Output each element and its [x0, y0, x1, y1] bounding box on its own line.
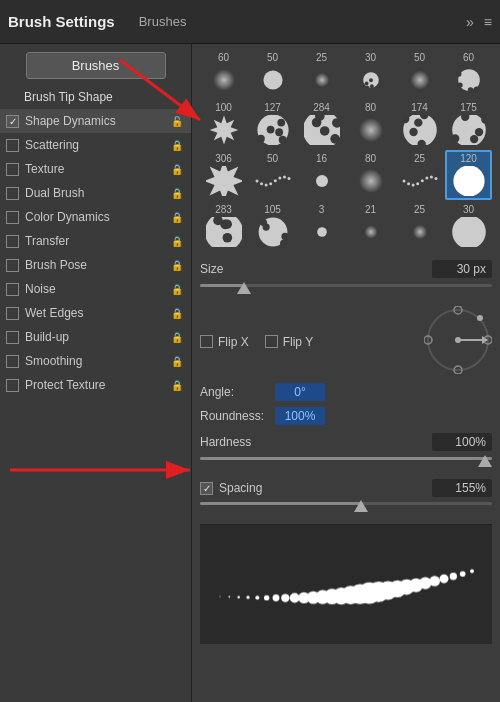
- brush-preview-thumb: [451, 217, 487, 247]
- brush-preview-thumb: [206, 217, 242, 247]
- sidebar-item-wet-edges[interactable]: Wet Edges 🔒: [0, 301, 191, 325]
- slider-fill: [200, 502, 361, 505]
- slider-thumb: [478, 455, 492, 467]
- slider-thumb: [354, 500, 368, 512]
- sidebar-item-brush-tip-shape[interactable]: Brush Tip Shape: [0, 85, 191, 109]
- brush-cell[interactable]: 60: [445, 50, 492, 98]
- brush-cell[interactable]: 80: [347, 150, 394, 200]
- angle-dial[interactable]: [424, 306, 492, 374]
- protect-texture-checkbox[interactable]: [6, 379, 19, 392]
- brush-cell[interactable]: 60: [200, 50, 247, 98]
- brush-preview-thumb: [402, 65, 438, 95]
- brush-cell[interactable]: 306: [200, 150, 247, 200]
- flip-y-option[interactable]: Flip Y: [265, 335, 313, 349]
- sidebar-item-dual-brush[interactable]: Dual Brush 🔒: [0, 181, 191, 205]
- preview-canvas: [200, 525, 492, 644]
- brush-number: 80: [365, 154, 376, 164]
- flip-x-label: Flip X: [218, 335, 249, 349]
- flip-x-checkbox[interactable]: [200, 335, 213, 348]
- shape-dynamics-checkbox[interactable]: [6, 115, 19, 128]
- brush-number: 25: [414, 205, 425, 215]
- brush-cell[interactable]: 80: [347, 100, 394, 148]
- brush-cell[interactable]: 127: [249, 100, 296, 148]
- brush-cell[interactable]: 105: [249, 202, 296, 250]
- brush-cell[interactable]: 283: [200, 202, 247, 250]
- brush-cell[interactable]: 174: [396, 100, 443, 148]
- size-value: 30 px: [432, 260, 492, 278]
- brush-cell[interactable]: 50: [396, 50, 443, 98]
- sidebar-item-label: Transfer: [25, 234, 69, 248]
- flip-y-checkbox[interactable]: [265, 335, 278, 348]
- spacing-checkbox[interactable]: [200, 482, 213, 495]
- sidebar-item-label: Wet Edges: [25, 306, 83, 320]
- hardness-row: Hardness 100%: [200, 433, 492, 451]
- color-dynamics-checkbox[interactable]: [6, 211, 19, 224]
- lock-icon: 🔒: [171, 260, 183, 271]
- size-row: Size 30 px: [200, 260, 492, 278]
- smoothing-checkbox[interactable]: [6, 355, 19, 368]
- brush-cell[interactable]: 50: [249, 150, 296, 200]
- brush-number: 105: [264, 205, 281, 215]
- angle-row: Angle: 0°: [200, 383, 492, 401]
- lock-icon: 🔒: [171, 164, 183, 175]
- menu-icon[interactable]: ≡: [484, 14, 492, 30]
- build-up-checkbox[interactable]: [6, 331, 19, 344]
- sidebar-item-label: Shape Dynamics: [25, 114, 116, 128]
- brush-preview-thumb: [353, 65, 389, 95]
- brush-cell[interactable]: 30: [445, 202, 492, 250]
- sidebar-item-protect-texture[interactable]: Protect Texture 🔒: [0, 373, 191, 397]
- sidebar-item-texture[interactable]: Texture 🔒: [0, 157, 191, 181]
- sidebar-item-build-up[interactable]: Build-up 🔒: [0, 325, 191, 349]
- brush-cell[interactable]: 25: [298, 50, 345, 98]
- brush-cell[interactable]: 120: [445, 150, 492, 200]
- brush-cell[interactable]: 50: [249, 50, 296, 98]
- brush-number: 16: [316, 154, 327, 164]
- brush-cell[interactable]: 100: [200, 100, 247, 148]
- sidebar-item-label: Noise: [25, 282, 56, 296]
- hardness-slider[interactable]: [200, 457, 492, 471]
- lock-icon: 🔓: [171, 116, 183, 127]
- brush-cell[interactable]: 21: [347, 202, 394, 250]
- size-slider[interactable]: [200, 284, 492, 298]
- flip-x-option[interactable]: Flip X: [200, 335, 249, 349]
- sidebar-item-color-dynamics[interactable]: Color Dynamics 🔒: [0, 205, 191, 229]
- brush-cell[interactable]: 175: [445, 100, 492, 148]
- slider-track: [200, 502, 492, 505]
- spacing-label: Spacing: [219, 481, 262, 495]
- brush-number: 127: [264, 103, 281, 113]
- spacing-slider[interactable]: [200, 502, 492, 516]
- wet-edges-checkbox[interactable]: [6, 307, 19, 320]
- noise-checkbox[interactable]: [6, 283, 19, 296]
- texture-checkbox[interactable]: [6, 163, 19, 176]
- brush-cell[interactable]: 3: [298, 202, 345, 250]
- lock-icon: 🔒: [171, 332, 183, 343]
- roundness-value[interactable]: 100%: [275, 407, 325, 425]
- brush-cell[interactable]: 25: [396, 202, 443, 250]
- sidebar-item-scattering[interactable]: Scattering 🔒: [0, 133, 191, 157]
- sidebar-item-shape-dynamics[interactable]: Shape Dynamics 🔓: [0, 109, 191, 133]
- panel-title: Brush Settings: [8, 13, 115, 30]
- sidebar-item-brush-pose[interactable]: Brush Pose 🔒: [0, 253, 191, 277]
- brush-cell[interactable]: 25: [396, 150, 443, 200]
- brush-cell[interactable]: 30: [347, 50, 394, 98]
- dual-brush-checkbox[interactable]: [6, 187, 19, 200]
- sidebar-item-transfer[interactable]: Transfer 🔒: [0, 229, 191, 253]
- sidebar-item-label: Texture: [25, 162, 64, 176]
- sidebar-item-noise[interactable]: Noise 🔒: [0, 277, 191, 301]
- brush-cell[interactable]: 284: [298, 100, 345, 148]
- svg-point-8: [455, 337, 461, 343]
- tab-brushes[interactable]: Brushes: [131, 10, 195, 33]
- brush-preview-thumb: [255, 217, 291, 247]
- lock-icon: 🔒: [171, 308, 183, 319]
- scattering-checkbox[interactable]: [6, 139, 19, 152]
- brush-number: 174: [411, 103, 428, 113]
- sidebar-item-smoothing[interactable]: Smoothing 🔒: [0, 349, 191, 373]
- transfer-checkbox[interactable]: [6, 235, 19, 248]
- more-icon[interactable]: »: [466, 14, 474, 30]
- brushes-button[interactable]: Brushes: [26, 52, 166, 79]
- brush-pose-checkbox[interactable]: [6, 259, 19, 272]
- brush-number: 30: [463, 205, 474, 215]
- angle-value[interactable]: 0°: [275, 383, 325, 401]
- spacing-value: 155%: [432, 479, 492, 497]
- brush-cell[interactable]: 16: [298, 150, 345, 200]
